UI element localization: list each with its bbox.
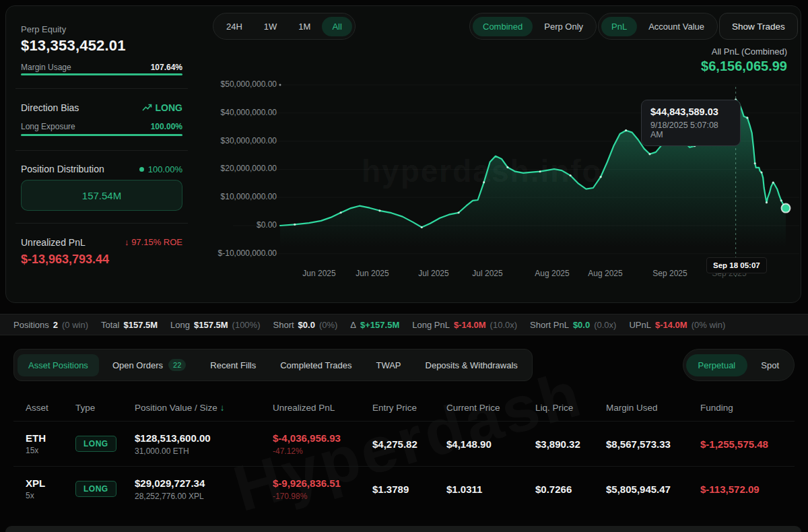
unrealized-pnl-pct: -170.98% bbox=[273, 492, 372, 501]
current-price: $1.0311 bbox=[446, 484, 535, 495]
summary-upnl: UPnL $-14.0M (0% win) bbox=[629, 320, 725, 330]
metric-account-value-button[interactable]: Account Value bbox=[638, 17, 714, 36]
position-size: 31,000.00 ETH bbox=[135, 446, 273, 456]
mode-toggle-group: Combined Perp Only bbox=[469, 13, 597, 40]
overview-card: Perp Equity $13,353,452.01 Margin Usage … bbox=[5, 5, 801, 303]
unrealized-pnl-label: Unrealized PnL bbox=[21, 237, 86, 248]
entry-price: $4,275.82 bbox=[372, 438, 446, 450]
summary-short: Short $0.0 (0%) bbox=[273, 320, 338, 330]
long-badge: LONG bbox=[75, 481, 116, 497]
direction-bias-label: Direction Bias bbox=[21, 102, 79, 113]
table-row[interactable]: ETH 15x LONG $128,513,600.00 31,000.00 E… bbox=[13, 421, 795, 466]
market-spot-button[interactable]: Spot bbox=[749, 354, 791, 376]
arrow-down-icon: ↓ bbox=[125, 237, 129, 247]
liq-price: $3,890.32 bbox=[535, 438, 606, 450]
mode-combined-button[interactable]: Combined bbox=[473, 17, 533, 36]
summary-long-pnl: Long PnL $-14.0M (10.0x) bbox=[412, 320, 517, 330]
position-value: $128,513,600.00 bbox=[135, 432, 273, 444]
long-exposure-bar bbox=[21, 134, 182, 136]
green-dot-icon bbox=[139, 167, 144, 172]
margin-usage-value: 107.64% bbox=[129, 63, 182, 72]
summary-total: Total $157.5M bbox=[101, 320, 158, 330]
tabs-row: Asset Positions Open Orders 22 Recent Fi… bbox=[13, 349, 795, 381]
next-card-edge bbox=[5, 526, 801, 532]
header-current-price[interactable]: Current Price bbox=[446, 403, 535, 413]
metric-toggle-group: PnL Account Value bbox=[598, 13, 718, 40]
asset-symbol: XPL bbox=[26, 477, 75, 489]
range-24h-button[interactable]: 24H bbox=[216, 17, 252, 36]
table-row[interactable]: XPL 5x LONG $29,029,727.34 28,252,776.00… bbox=[13, 466, 795, 511]
time-range-group: 24H 1W 1M All bbox=[213, 13, 356, 40]
margin-usage-bar bbox=[21, 73, 182, 75]
header-margin-used[interactable]: Margin Used bbox=[606, 403, 700, 413]
long-exposure-label: Long Exposure bbox=[21, 122, 75, 131]
unrealized-pnl: $-4,036,956.93 bbox=[273, 432, 372, 444]
perp-equity-value: $13,353,452.01 bbox=[21, 37, 126, 55]
asset-positions-table: Asset Type Position Value / Size↓ Unreal… bbox=[13, 394, 795, 511]
crosshair-date-chip: Sep 18 05:07 bbox=[706, 257, 767, 273]
range-1m-button[interactable]: 1M bbox=[288, 17, 321, 36]
summary-delta: Δ $+157.5M bbox=[350, 320, 399, 330]
margin-usage-label: Margin Usage bbox=[21, 63, 71, 72]
tab-recent-fills[interactable]: Recent Fills bbox=[199, 354, 267, 376]
position-value: $29,029,727.34 bbox=[135, 477, 273, 489]
tab-twap[interactable]: TWAP bbox=[365, 354, 411, 376]
direction-bias-value: LONG bbox=[115, 102, 182, 113]
chart-tooltip: $44,843,589.03 9/18/2025 5:07:08 AM bbox=[641, 100, 741, 146]
hyperdash-dashboard: Perp Equity $13,353,452.01 Margin Usage … bbox=[0, 0, 808, 532]
margin-used: $8,567,573.33 bbox=[606, 438, 700, 450]
liq-price: $0.7266 bbox=[535, 484, 606, 495]
header-liq-price[interactable]: Liq. Price bbox=[535, 403, 606, 413]
current-price: $4,148.90 bbox=[446, 438, 535, 450]
metric-pnl-button[interactable]: PnL bbox=[601, 17, 637, 36]
perp-equity-label: Perp Equity bbox=[21, 24, 66, 34]
entry-price: $1.3789 bbox=[372, 484, 446, 495]
tooltip-time: 9/18/2025 5:07:08 AM bbox=[650, 121, 731, 139]
header-unrealized-pnl[interactable]: Unrealized PnL bbox=[273, 403, 372, 413]
unrealized-pnl-value: $-13,963,793.44 bbox=[21, 253, 109, 267]
asset-leverage: 15x bbox=[26, 446, 75, 455]
unrealized-pnl: $-9,926,836.51 bbox=[273, 477, 372, 489]
header-funding[interactable]: Funding bbox=[700, 403, 795, 413]
unrealized-pnl-pct: -47.12% bbox=[273, 446, 372, 456]
asset-leverage: 5x bbox=[26, 491, 75, 500]
market-perpetual-button[interactable]: Perpetual bbox=[686, 354, 748, 376]
trend-up-icon bbox=[142, 104, 152, 112]
sort-desc-icon: ↓ bbox=[220, 403, 225, 413]
summary-positions: Positions 2 (0 win) bbox=[13, 320, 88, 330]
header-entry-price[interactable]: Entry Price bbox=[372, 403, 446, 413]
tab-deposits-withdrawals[interactable]: Deposits & Withdrawals bbox=[415, 354, 529, 376]
all-pnl-label: All PnL (Combined) bbox=[712, 46, 787, 57]
position-size: 28,252,776.00 XPL bbox=[135, 492, 273, 501]
open-orders-count-badge: 22 bbox=[168, 359, 186, 371]
tab-open-orders[interactable]: Open Orders 22 bbox=[102, 353, 197, 377]
tab-completed-trades[interactable]: Completed Trades bbox=[269, 354, 362, 376]
all-pnl-value: $6,156,065.99 bbox=[701, 59, 787, 74]
position-distribution-bar: 157.54M bbox=[21, 180, 182, 211]
show-trades-button[interactable]: Show Trades bbox=[719, 13, 798, 40]
header-position-value[interactable]: Position Value / Size↓ bbox=[135, 403, 273, 413]
long-badge: LONG bbox=[75, 436, 116, 452]
tab-asset-positions[interactable]: Asset Positions bbox=[18, 354, 99, 376]
asset-symbol: ETH bbox=[26, 432, 75, 444]
margin-used: $5,805,945.47 bbox=[606, 484, 700, 495]
table-header-row: Asset Type Position Value / Size↓ Unreal… bbox=[13, 394, 795, 421]
unrealized-pnl-roe: ↓ 97.15% ROE bbox=[102, 237, 182, 247]
divider bbox=[15, 223, 188, 224]
header-type[interactable]: Type bbox=[75, 403, 135, 413]
range-all-button[interactable]: All bbox=[322, 17, 351, 36]
range-1w-button[interactable]: 1W bbox=[254, 17, 288, 36]
table-tabs: Asset Positions Open Orders 22 Recent Fi… bbox=[13, 349, 533, 381]
market-toggle: Perpetual Spot bbox=[683, 349, 795, 381]
summary-long: Long $157.5M (100%) bbox=[170, 320, 260, 330]
mode-perp-only-button[interactable]: Perp Only bbox=[534, 17, 593, 36]
header-asset[interactable]: Asset bbox=[26, 403, 75, 413]
position-distribution-pct: 100.00% bbox=[115, 164, 182, 174]
long-exposure-value: 100.00% bbox=[129, 122, 182, 131]
funding: $-1,255,575.48 bbox=[700, 438, 795, 450]
summary-short-pnl: Short PnL $0.0 (0.0x) bbox=[530, 320, 616, 330]
divider bbox=[15, 150, 188, 151]
divider bbox=[15, 88, 188, 89]
tooltip-value: $44,843,589.03 bbox=[650, 106, 731, 117]
funding: $-113,572.09 bbox=[700, 484, 795, 495]
